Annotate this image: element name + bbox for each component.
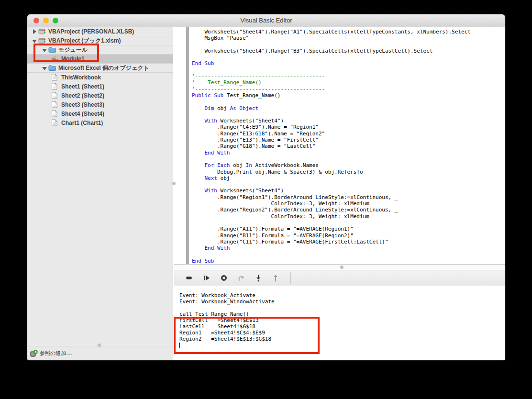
- run-macro-button[interactable]: [186, 274, 193, 282]
- code-line[interactable]: .Range("Region1").BorderAround LineStyle…: [192, 194, 471, 200]
- immediate-line[interactable]: [179, 305, 505, 311]
- code-line[interactable]: '---------------------------------------…: [192, 86, 471, 92]
- code-line[interactable]: .Range("G18").Name = "LastCell": [192, 143, 471, 149]
- code-line[interactable]: .Range("E13:G18").Name = "Region2": [192, 131, 471, 137]
- code-line[interactable]: ColorIndex:=3, Weight:=xlMedium: [192, 213, 471, 220]
- toolbar-separator: [290, 272, 291, 284]
- chevron-right-icon[interactable]: [31, 29, 37, 35]
- immediate-line[interactable]: Event: Workbook_Activate: [179, 292, 505, 299]
- immediate-line[interactable]: Event: Workbook_WindowActivate: [179, 299, 505, 305]
- window-title: Visual Basic Editor: [27, 14, 505, 27]
- tree-item-label: Microsoft Excel 個のオブジェクト: [58, 64, 149, 72]
- code-text[interactable]: Worksheets("Sheet4").Range("A1").Special…: [192, 29, 471, 264]
- code-line[interactable]: ' Test_Range_Name(): [192, 79, 471, 86]
- code-line[interactable]: End Sub: [192, 60, 471, 66]
- code-line[interactable]: ColorIndex:=3, Weight:=xlMedium: [192, 200, 471, 207]
- code-line[interactable]: MsgBox "Pause": [192, 35, 471, 41]
- code-line[interactable]: Worksheets("Sheet4").Range("B3").Special…: [192, 48, 471, 54]
- code-line[interactable]: .Range("C4:E9").Name = "Region1": [192, 124, 471, 130]
- code-line[interactable]: .Range("B11").Formula = "=AVERAGE(Region…: [192, 233, 471, 239]
- code-line[interactable]: With Worksheets("Sheet4"): [192, 188, 471, 194]
- vbe-window: Visual Basic Editor VBAProject (PERSONAL…: [27, 14, 505, 360]
- chevron-down-icon[interactable]: [31, 38, 37, 44]
- tree-item-vbaproject-personal[interactable]: VBAProject (PERSONAL.XLSB): [27, 27, 173, 36]
- margin-indicator-bar: [186, 27, 189, 264]
- project-explorer[interactable]: VBAProject (PERSONAL.XLSB)VBAProject (ブッ…: [27, 27, 173, 346]
- tree-item-label: Sheet2 (Sheet2): [61, 92, 104, 99]
- code-line[interactable]: .Range("A11").Formula = "=AVERAGE(Region…: [192, 226, 471, 232]
- step-over-button[interactable]: [238, 274, 244, 282]
- tree-item-excel-objects-folder[interactable]: Microsoft Excel 個のオブジェクト: [27, 64, 173, 73]
- tree-item-sheet2[interactable]: Sheet2 (Sheet2): [27, 91, 173, 100]
- code-line[interactable]: .Range("Region2").BorderAround LineStyle…: [192, 207, 471, 213]
- editor-pane: Worksheets("Sheet4").Range("A1").Special…: [174, 27, 505, 360]
- code-line[interactable]: Next obj: [192, 175, 471, 181]
- close-button[interactable]: [33, 18, 39, 23]
- code-line[interactable]: [192, 67, 471, 73]
- code-line[interactable]: End With: [192, 150, 471, 156]
- annotation-box-output: [174, 317, 320, 354]
- step-into-button[interactable]: [255, 274, 262, 282]
- code-line[interactable]: '---------------------------------------…: [192, 73, 471, 79]
- code-line[interactable]: End Sub: [192, 258, 471, 264]
- code-line[interactable]: [192, 181, 471, 188]
- tree-item-sheet3[interactable]: Sheet3 (Sheet3): [27, 100, 173, 109]
- debug-toolbar: [174, 270, 505, 286]
- zoom-button[interactable]: [53, 18, 58, 23]
- minimize-button[interactable]: [43, 18, 49, 23]
- code-line[interactable]: [192, 111, 471, 118]
- tree-item-chart1[interactable]: Chart1 (Chart1): [27, 118, 173, 127]
- tree-splitter-handle[interactable]: [98, 344, 101, 347]
- add-reference-label: 参照の追加....: [40, 350, 72, 357]
- tree-item-label: Sheet1 (Sheet1): [61, 83, 104, 90]
- code-line[interactable]: For Each obj In ActiveWorkbook.Names: [192, 162, 471, 168]
- horizontal-splitter-handle[interactable]: [340, 266, 344, 269]
- horizontal-splitter[interactable]: [174, 265, 505, 270]
- code-line[interactable]: Public Sub Test_Range_Name(): [192, 92, 471, 99]
- code-editor[interactable]: Worksheets("Sheet4").Range("A1").Special…: [174, 27, 505, 265]
- code-line[interactable]: .Range("E13").Name = "FirstCell": [192, 137, 471, 143]
- tree-item-label: ThisWorkbook: [61, 74, 101, 81]
- document-icon: [51, 110, 59, 117]
- document-icon: [51, 83, 59, 90]
- document-icon: [51, 101, 59, 108]
- code-line[interactable]: [192, 220, 471, 226]
- annotation-box-module: [33, 44, 99, 62]
- tree-item-label: Sheet3 (Sheet3): [61, 101, 104, 108]
- vertical-splitter-handle[interactable]: [172, 182, 176, 185]
- code-line[interactable]: Dim obj As Object: [192, 105, 471, 111]
- traffic-lights: [33, 18, 58, 23]
- project-icon: [38, 28, 46, 35]
- folder-icon: [48, 65, 56, 72]
- code-line[interactable]: [192, 156, 471, 162]
- chevron-down-icon[interactable]: [41, 65, 47, 71]
- tree-item-label: Chart1 (Chart1): [61, 120, 103, 126]
- reset-button[interactable]: [221, 274, 227, 282]
- tree-item-sheet1[interactable]: Sheet1 (Sheet1): [27, 82, 173, 91]
- code-line[interactable]: [192, 42, 471, 48]
- add-reference-icon: [30, 350, 38, 357]
- code-line[interactable]: [192, 99, 471, 105]
- add-reference-bar[interactable]: 参照の追加....: [27, 346, 173, 360]
- continue-button[interactable]: [203, 274, 210, 282]
- code-line[interactable]: [192, 251, 471, 257]
- code-line[interactable]: With Worksheets("Sheet4"): [192, 118, 471, 124]
- document-icon: [51, 74, 59, 81]
- title-bar[interactable]: Visual Basic Editor: [27, 14, 505, 27]
- code-line[interactable]: Worksheets("Sheet4").Range("A1").Special…: [192, 29, 471, 35]
- step-out-button[interactable]: [272, 274, 279, 282]
- code-line[interactable]: [192, 54, 471, 60]
- code-line[interactable]: .Range("C11").Formula = "=AVERAGE(FirstC…: [192, 239, 471, 245]
- document-icon: [51, 92, 59, 99]
- document-icon: [51, 119, 59, 126]
- code-line[interactable]: End With: [192, 245, 471, 251]
- tree-item-thisworkbook[interactable]: ThisWorkbook: [27, 73, 173, 82]
- code-line[interactable]: Debug.Print obj.Name & Space(3) & obj.Re…: [192, 169, 471, 175]
- tree-item-label: VBAProject (PERSONAL.XLSB): [48, 28, 134, 35]
- tree-item-sheet4[interactable]: Sheet4 (Sheet4): [27, 109, 173, 118]
- tree-item-label: Sheet4 (Sheet4): [61, 111, 104, 117]
